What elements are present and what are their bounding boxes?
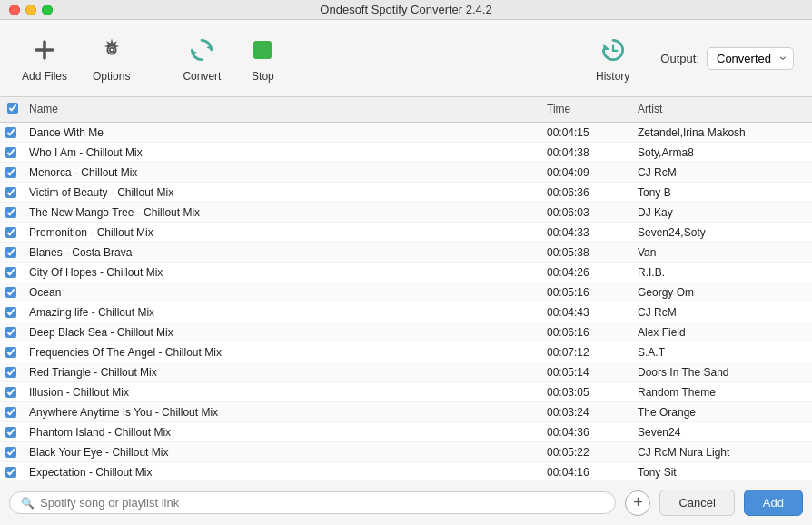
row-checkbox[interactable]: [5, 427, 16, 438]
convert-icon: [185, 34, 218, 66]
row-artist: Van: [630, 244, 812, 261]
svg-marker-6: [193, 50, 197, 54]
traffic-lights: [9, 5, 53, 15]
add-plus-button[interactable]: +: [625, 490, 650, 516]
svg-rect-1: [35, 48, 54, 52]
close-button[interactable]: [9, 5, 20, 15]
row-checkbox[interactable]: [5, 307, 16, 318]
row-check-cell: [0, 127, 22, 138]
row-check-cell: [0, 187, 22, 198]
row-name: The New Mango Tree - Chillout Mix: [22, 204, 540, 221]
table-row: Ocean 00:05:16 Georgy Om: [0, 282, 812, 302]
row-name: Anywhere Anytime Is You - Chillout Mix: [22, 404, 540, 421]
row-checkbox[interactable]: [5, 347, 16, 358]
row-checkbox[interactable]: [5, 327, 16, 338]
row-time: 00:06:03: [540, 204, 630, 221]
row-checkbox[interactable]: [5, 127, 16, 138]
app-title: Ondesoft Spotify Converter 2.4.2: [320, 3, 491, 16]
convert-button[interactable]: Convert: [170, 26, 233, 90]
row-name: Phantom Island - Chillout Mix: [22, 424, 540, 441]
row-time: 00:04:36: [540, 424, 630, 441]
row-check-cell: [0, 427, 22, 438]
add-button[interactable]: Add: [744, 490, 803, 516]
row-name: Red Triangle - Chillout Mix: [22, 364, 540, 381]
table-row: Victim of Beauty - Chillout Mix 00:06:36…: [0, 183, 812, 203]
row-checkbox[interactable]: [5, 207, 16, 218]
options-button[interactable]: Options: [80, 26, 143, 90]
row-time: 00:03:24: [540, 404, 630, 421]
row-check-cell: [0, 227, 22, 238]
cancel-button[interactable]: Cancel: [659, 490, 734, 516]
row-checkbox[interactable]: [5, 187, 16, 198]
row-checkbox[interactable]: [5, 407, 16, 418]
row-name: Blanes - Costa Brava: [22, 244, 540, 261]
table-row: Illusion - Chillout Mix 00:03:05 Random …: [0, 382, 812, 402]
row-time: 00:04:15: [540, 124, 630, 141]
row-artist: Georgy Om: [630, 284, 812, 301]
row-checkbox[interactable]: [5, 287, 16, 298]
row-checkbox[interactable]: [5, 267, 16, 278]
row-time: 00:04:09: [540, 164, 630, 181]
select-all-checkbox[interactable]: [7, 103, 18, 114]
search-input[interactable]: [40, 496, 604, 510]
row-checkbox[interactable]: [5, 367, 16, 378]
row-name: Black Your Eye - Chillout Mix: [22, 444, 540, 461]
row-artist: Zetandel,Irina Makosh: [630, 124, 812, 141]
row-checkbox[interactable]: [5, 447, 16, 458]
row-time: 00:06:36: [540, 184, 630, 201]
table-row: Who I Am - Chillout Mix 00:04:38 Soty,Ar…: [0, 143, 812, 163]
row-name: Who I Am - Chillout Mix: [22, 144, 540, 161]
output-dropdown[interactable]: Converted: [707, 47, 794, 70]
minimize-button[interactable]: [25, 5, 36, 15]
row-name: Victim of Beauty - Chillout Mix: [22, 184, 540, 201]
output-dropdown-wrapper[interactable]: Converted: [707, 47, 794, 70]
row-name: City Of Hopes - Chillout Mix: [22, 264, 540, 281]
row-checkbox[interactable]: [5, 387, 16, 398]
row-checkbox[interactable]: [5, 467, 16, 478]
row-artist: Tony B: [630, 184, 812, 201]
title-bar: Ondesoft Spotify Converter 2.4.2: [0, 0, 812, 20]
output-section: Output: Converted: [660, 47, 794, 70]
row-checkbox[interactable]: [5, 167, 16, 178]
row-time: 00:04:38: [540, 144, 630, 161]
row-name: Menorca - Chillout Mix: [22, 164, 540, 181]
row-check-cell: [0, 207, 22, 218]
table-row: Blanes - Costa Brava 00:05:38 Van: [0, 243, 812, 262]
stop-button[interactable]: Stop: [233, 26, 292, 90]
header-artist: Artist: [630, 101, 812, 118]
row-name: Premonition - Chillout Mix: [22, 224, 540, 241]
gear-icon: [95, 34, 128, 66]
row-artist: Seven24,Soty: [630, 224, 812, 241]
history-button[interactable]: History: [583, 26, 642, 90]
row-check-cell: [0, 307, 22, 318]
row-artist: DJ Kay: [630, 204, 812, 221]
row-artist: Doors In The Sand: [630, 364, 812, 381]
table-row: Menorca - Chillout Mix 00:04:09 CJ RcM: [0, 163, 812, 183]
row-checkbox[interactable]: [5, 227, 16, 238]
table-row: Premonition - Chillout Mix 00:04:33 Seve…: [0, 223, 812, 243]
row-checkbox[interactable]: [5, 247, 16, 258]
bottom-bar: 🔍 + Cancel Add: [0, 480, 812, 525]
row-artist: Random Theme: [630, 384, 812, 401]
table-row: Frequencies Of The Angel - Chillout Mix …: [0, 342, 812, 362]
maximize-button[interactable]: [42, 5, 53, 15]
row-check-cell: [0, 407, 22, 418]
row-name: Expectation - Chillout Mix: [22, 464, 540, 480]
row-check-cell: [0, 367, 22, 378]
row-name: Deep Black Sea - Chillout Mix: [22, 324, 540, 341]
stop-square: [253, 41, 272, 59]
options-label: Options: [93, 70, 130, 83]
header-time: Time: [540, 101, 630, 118]
row-name: Frequencies Of The Angel - Chillout Mix: [22, 344, 540, 361]
row-check-cell: [0, 347, 22, 358]
row-check-cell: [0, 267, 22, 278]
search-wrapper: 🔍: [9, 491, 616, 514]
row-check-cell: [0, 327, 22, 338]
row-checkbox[interactable]: [5, 147, 16, 158]
table-row: Expectation - Chillout Mix 00:04:16 Tony…: [0, 462, 812, 480]
stop-label: Stop: [252, 70, 274, 83]
search-icon: 🔍: [21, 497, 35, 510]
row-artist: R.I.B.: [630, 264, 812, 281]
add-files-button[interactable]: Add Files: [9, 26, 80, 90]
row-time: 00:07:12: [540, 344, 630, 361]
